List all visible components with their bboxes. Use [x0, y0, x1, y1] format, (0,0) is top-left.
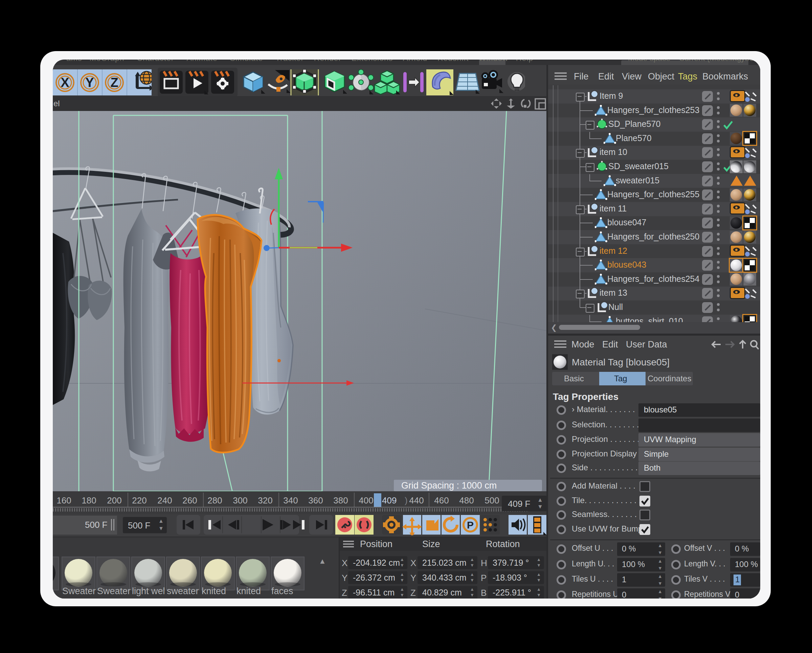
svg-text:P: P [467, 519, 474, 531]
svg-text:Z: Z [110, 75, 118, 90]
svg-text:Y: Y [85, 75, 94, 90]
svg-text:X: X [61, 75, 69, 90]
